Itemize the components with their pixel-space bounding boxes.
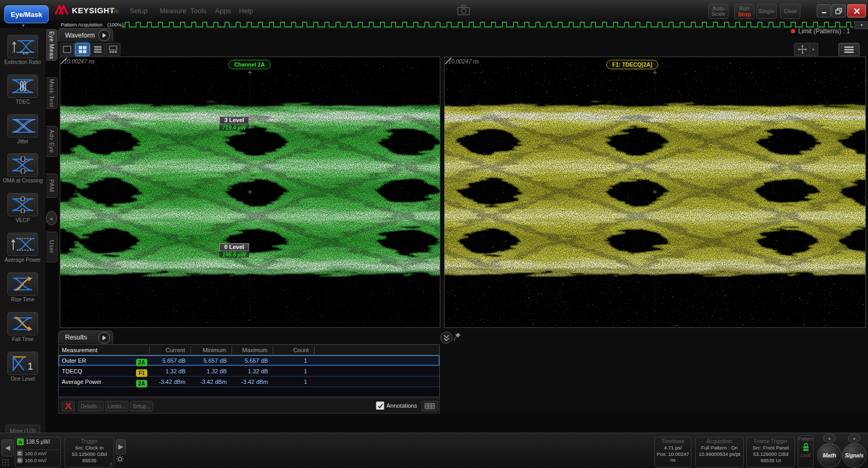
trigger-panel[interactable]: Trigger Src: Clock In 53.125000 GBd 6553…	[64, 437, 114, 467]
col-maximum[interactable]: Maximum	[232, 346, 273, 354]
remove-measurement-button[interactable]	[62, 401, 75, 411]
tab-adv-eye[interactable]: Adv Eye	[46, 126, 58, 157]
layout-single-button[interactable]	[60, 43, 75, 56]
sidebar-item-tdec[interactable]: TDEC	[0, 75, 45, 105]
details-button[interactable]: Details...	[78, 401, 104, 411]
results-footer: Details... Limits... Setup... Annotation…	[58, 398, 440, 414]
tab-pam[interactable]: PAM	[46, 173, 58, 198]
play-icon	[102, 33, 107, 38]
limit-indicator: Limit (Patterns) : 1	[730, 27, 850, 35]
collapse-results-button[interactable]	[440, 332, 453, 344]
minimize-button[interactable]	[817, 4, 831, 17]
setup-button[interactable]: Setup...	[130, 401, 153, 411]
run-stop-button[interactable]: Run Stop	[734, 4, 754, 19]
sidebar-item-fall-time[interactable]: Fall Time	[0, 312, 45, 342]
limits-button[interactable]: Limits...	[105, 401, 128, 411]
table-view-button[interactable]	[421, 401, 438, 411]
annotations-checkbox[interactable]	[376, 401, 384, 410]
menu-setup[interactable]: Setup	[130, 7, 147, 15]
acquisition-panel[interactable]: Acquisition Full Pattern : On 10.9900053…	[695, 437, 744, 467]
drag-dots-icon[interactable]	[2, 458, 10, 466]
layout-rows-button[interactable]	[90, 43, 105, 56]
tab-eye-meas[interactable]: Eye Meas	[46, 29, 58, 61]
keysight-logo: KEYSIGHT	[55, 5, 115, 15]
timestamp: 10.00247 ns	[64, 58, 95, 65]
timebase-title: Timebase	[655, 438, 691, 444]
signals-button[interactable]: Signals	[842, 443, 866, 467]
measurement-name: TDECQ	[62, 368, 82, 374]
value-count: 1	[273, 379, 315, 385]
pan-dropdown-chevron-icon[interactable]: ▼	[811, 48, 815, 51]
acquisition-dropdown-button[interactable]: ▼	[854, 21, 868, 29]
annotation-3-level[interactable]: 3 Level 719.4 µW	[219, 116, 249, 131]
sidebar-item-average-power[interactable]: Average Power	[0, 233, 45, 263]
menu-file[interactable]: File	[108, 7, 119, 15]
annotation-value: 719.4 µW	[219, 124, 249, 131]
col-minimum[interactable]: Minimum	[191, 346, 232, 354]
limit-text: Limit (Patterns) : 1	[798, 27, 850, 35]
layout-quad-button[interactable]	[75, 43, 90, 56]
mode-chevron-down-icon[interactable]: ▼	[21, 23, 25, 28]
frame-trigger-panel[interactable]: Frame Trigger Src: Front Panel 53.125000…	[746, 437, 795, 467]
sidebar-item-jitter[interactable]: Jitter	[0, 114, 45, 144]
camera-icon[interactable]	[457, 4, 470, 19]
col-measurement[interactable]: Measurement	[59, 346, 150, 354]
channel-status-panel[interactable]: A 138.5 µW/ C 100.0 mV/ D 100.0 mV/	[15, 437, 61, 467]
clear-button[interactable]: Clear	[780, 4, 800, 19]
trigger-title: Trigger	[65, 438, 114, 444]
channel-a-badge: A	[17, 438, 24, 445]
math-expand-chevron[interactable]: ▲	[823, 434, 836, 443]
sidebar-item-label: Fall Time	[0, 336, 45, 342]
eye-mask-mode-button[interactable]: Eye/Mask	[4, 5, 49, 23]
waveform-panel-f1-tdecq[interactable]: 10.00247 ns F1: TDECQ[2A]	[444, 57, 866, 328]
scroll-left-button[interactable]: ◄	[2, 439, 14, 456]
signals-expand-chevron[interactable]: ▲	[848, 434, 861, 443]
collapse-sidebar-button[interactable]: «	[46, 211, 57, 225]
waveform-play-button[interactable]	[98, 30, 110, 41]
acquisition-percent: (100%)	[107, 22, 124, 27]
sidebar-item-extinction-ratio[interactable]: 1/0 Extinction Ratio	[0, 35, 45, 65]
f1-tdecq-label-pill[interactable]: F1: TDECQ[2A]	[606, 60, 658, 69]
auto-scale-button[interactable]: Auto Scale	[708, 4, 728, 19]
col-count[interactable]: Count	[273, 346, 315, 354]
channel-2a-label-pill[interactable]: Channel 2A	[228, 60, 271, 69]
results-play-button[interactable]	[98, 332, 110, 344]
channel-d-badge: D	[17, 457, 23, 463]
close-button[interactable]	[847, 4, 866, 17]
pin-icon[interactable]	[454, 332, 461, 343]
pattern-lock-panel[interactable]: Pattern Lock	[798, 435, 814, 468]
single-button[interactable]: Single	[756, 4, 777, 19]
sidebar-item-vecp[interactable]: VECP	[0, 193, 45, 223]
red-x-icon	[64, 402, 72, 410]
menu-apps[interactable]: Apps	[215, 7, 231, 15]
acquisition-resolution: 10.99000534 ps/pt	[696, 451, 743, 457]
menu-tools[interactable]: Tools	[190, 7, 206, 15]
restore-button[interactable]	[832, 4, 846, 17]
tab-mask-test[interactable]: Mask Test	[46, 77, 58, 109]
pan-zoom-button[interactable]: ▼	[794, 43, 818, 56]
menu-help[interactable]: Help	[239, 7, 253, 15]
timebase-panel[interactable]: Timebase 4.71 ps/ Pos: 10.00247 ns	[654, 437, 691, 467]
table-row-outer-er[interactable]: Outer ER 2A 5.657 dB 5.657 dB 5.657 dB 1	[59, 355, 439, 366]
minimize-icon	[820, 7, 828, 15]
flexdca-window: KEYSIGHT File Setup Measure Tools Apps H…	[0, 0, 868, 468]
waveform-panel-channel-2a[interactable]: 10.00247 ns Channel 2A 3 Level 719.4 µW …	[60, 57, 440, 328]
sidebar-item-one-level[interactable]: 1 One Level	[0, 352, 45, 382]
display-menu-button[interactable]	[838, 43, 860, 56]
sidebar-item-label: Rise Time	[0, 297, 45, 302]
tab-user[interactable]: User	[46, 232, 58, 262]
value-maximum: 5.657 dB	[232, 357, 273, 364]
menu-measure[interactable]: Measure	[160, 7, 187, 15]
table-row-tdecq[interactable]: TDECQ F1 1.32 dB 1.32 dB 1.32 dB 1	[59, 366, 439, 377]
math-button[interactable]: Math	[817, 443, 842, 467]
layout-main-plus-thumbnails-button[interactable]	[106, 43, 121, 56]
table-row-average-power[interactable]: Average Power 2A -3.42 dBm -3.42 dBm -3.…	[59, 377, 439, 387]
extinction-ratio-icon: 1/0	[7, 35, 38, 58]
annotation-0-level[interactable]: 0 Level 195.6 µW	[219, 243, 249, 258]
oma-at-crossing-icon	[7, 153, 38, 177]
scroll-right-button[interactable]: ►	[116, 439, 126, 454]
col-current[interactable]: Current	[150, 346, 191, 354]
sidebar-item-rise-time[interactable]: Rise Time	[0, 272, 45, 302]
gear-icon[interactable]	[116, 455, 124, 465]
sidebar-item-oma-at-crossing[interactable]: OMA at Crossing	[0, 153, 45, 183]
